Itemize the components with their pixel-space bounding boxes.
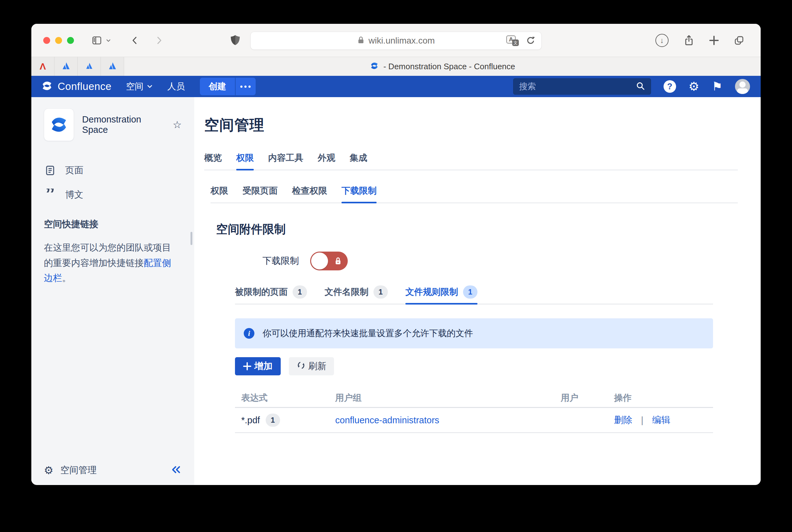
add-button[interactable]: 增加: [235, 357, 281, 375]
tab-overview-icon[interactable]: [734, 35, 745, 46]
menu-people[interactable]: 人员: [167, 80, 185, 92]
count-badge: 1: [266, 414, 280, 427]
sidebar-footer: ⚙ 空间管理: [44, 464, 182, 477]
collapse-sidebar-icon[interactable]: [170, 465, 182, 476]
url-text: wiki.unlimax.com: [368, 36, 435, 46]
download-restriction-toggle[interactable]: [310, 252, 348, 270]
refresh-button[interactable]: 刷新: [289, 357, 334, 375]
tab-content-tools[interactable]: 内容工具: [268, 152, 303, 170]
toggle-knob: [311, 252, 328, 269]
address-bar[interactable]: wiki.unlimax.com A 文: [250, 32, 542, 50]
privacy-shield-icon[interactable]: [229, 34, 241, 46]
active-tab[interactable]: - Demonstration Space - Confluence: [124, 57, 761, 76]
search-box: [513, 78, 651, 95]
space-sidebar: Demonstration Space ☆ 页面 ” 博文: [31, 97, 194, 485]
sidebar-nav: 页面 ” 博文: [44, 162, 182, 204]
space-logo[interactable]: [44, 109, 74, 141]
rules-table: 表达式 用户组 用户 操作 *.pdf 1 confluence-admini: [235, 388, 713, 433]
desktop-background: wiki.unlimax.com A 文 ↓: [0, 0, 792, 532]
tab-filename-restrictions[interactable]: 文件名限制 1: [325, 285, 388, 304]
permission-subtabs: 权限 受限页面 检查权限 下载限制: [211, 185, 738, 203]
help-icon[interactable]: ?: [663, 80, 676, 93]
atlassian-icon: [85, 61, 94, 72]
share-icon[interactable]: [683, 35, 694, 46]
sidebar-item-blog[interactable]: ” 博文: [44, 186, 182, 204]
count-badge: 1: [463, 285, 478, 299]
window-controls: [43, 37, 74, 44]
toolbar-right-icons: ↓: [655, 24, 745, 57]
create-more-button[interactable]: [235, 78, 256, 95]
quote-icon: ”: [44, 189, 56, 201]
translate-icon[interactable]: A 文: [506, 35, 519, 46]
toggle-label: 下载限制: [263, 255, 299, 267]
page-body: Demonstration Space ☆ 页面 ” 博文: [31, 97, 761, 485]
confluence-logo-icon: [41, 80, 53, 93]
admin-tabs: 概览 权限 内容工具 外观 集成: [204, 152, 738, 170]
forward-button-icon[interactable]: [154, 36, 163, 45]
pinned-tab-1[interactable]: Λ: [31, 57, 55, 76]
delete-link[interactable]: 删除: [614, 414, 632, 426]
menu-spaces[interactable]: 空间: [126, 80, 153, 92]
browser-toolbar: wiki.unlimax.com A 文 ↓: [31, 24, 761, 57]
rule-tabs-wrap: 被限制的页面 1 文件名限制 1 文件规则限制 1: [235, 285, 713, 305]
action-buttons: 增加 刷新: [235, 357, 738, 375]
sidebar-toggle-icon[interactable]: [92, 35, 102, 46]
back-button-icon[interactable]: [130, 36, 140, 45]
col-expression: 表达式: [235, 392, 329, 404]
tab-overview[interactable]: 概览: [204, 152, 222, 170]
create-button[interactable]: 创建: [200, 78, 235, 95]
tab-integrations[interactable]: 集成: [350, 152, 367, 170]
count-badge: 1: [373, 285, 388, 299]
tab-restricted-pages[interactable]: 被限制的页面 1: [235, 285, 307, 304]
shortcuts-description: 在这里您可以为您的团队或项目的重要内容增加快捷链接配置侧边栏。: [44, 240, 172, 286]
downloads-icon[interactable]: ↓: [655, 34, 669, 47]
confluence-brand[interactable]: Confluence: [41, 80, 112, 93]
sidebar-item-pages[interactable]: 页面: [44, 162, 182, 179]
subtab-permissions[interactable]: 权限: [211, 185, 228, 203]
pinned-tab-2[interactable]: [55, 57, 78, 76]
space-header: Demonstration Space ☆: [44, 109, 182, 141]
tab-bar: Λ - Demonstration Space - Confluence: [31, 57, 761, 76]
cell-group: confluence-administrators: [329, 415, 555, 425]
reload-icon[interactable]: [526, 36, 536, 46]
minimize-window-button[interactable]: [55, 37, 62, 44]
atlassian-icon: [61, 61, 71, 72]
cell-actions: 删除 | 编辑: [608, 414, 713, 426]
subtab-inspect-permissions[interactable]: 检查权限: [292, 185, 327, 203]
info-banner: i 你可以使用通配符来快速批量设置多个允许下载的文件: [235, 318, 713, 348]
subtab-restricted-pages[interactable]: 受限页面: [243, 185, 277, 203]
pinned-tab-3[interactable]: [78, 57, 101, 76]
tab-permissions[interactable]: 权限: [236, 152, 254, 170]
section-title: 空间附件限制: [216, 222, 738, 237]
subtab-download-restrictions[interactable]: 下载限制: [342, 185, 376, 203]
count-badge: 1: [293, 285, 307, 299]
new-tab-icon[interactable]: [709, 36, 719, 45]
group-link[interactable]: confluence-administrators: [335, 415, 439, 425]
brand-name: Confluence: [58, 80, 112, 92]
download-restriction-toggle-row: 下载限制: [263, 252, 738, 270]
close-window-button[interactable]: [43, 37, 50, 44]
action-separator: |: [641, 415, 643, 425]
browser-window: wiki.unlimax.com A 文 ↓: [31, 24, 761, 485]
red-logo-icon: Λ: [39, 62, 46, 71]
tab-look-and-feel[interactable]: 外观: [318, 152, 335, 170]
space-name[interactable]: Demonstration Space: [82, 114, 162, 135]
zoom-window-button[interactable]: [67, 37, 74, 44]
settings-gear-icon[interactable]: ⚙: [689, 80, 699, 92]
gear-icon: ⚙: [44, 465, 53, 476]
edit-link[interactable]: 编辑: [652, 414, 671, 426]
search-input[interactable]: [519, 82, 636, 92]
navbar-right: ? ⚙ ⚑: [513, 78, 750, 95]
lock-icon: [334, 256, 343, 267]
star-icon[interactable]: ☆: [173, 119, 182, 131]
search-icon[interactable]: [636, 81, 645, 92]
space-admin-link[interactable]: 空间管理: [60, 464, 96, 477]
chevron-down-icon[interactable]: [105, 37, 112, 43]
shortcuts-heading: 空间快捷链接: [44, 218, 182, 231]
tab-file-rule-restrictions[interactable]: 文件规则限制 1: [405, 285, 478, 304]
notifications-flag-icon[interactable]: ⚑: [712, 80, 722, 92]
pinned-tab-4[interactable]: [101, 57, 124, 76]
col-group: 用户组: [329, 392, 555, 404]
lock-icon: [357, 36, 365, 45]
user-avatar[interactable]: [735, 79, 750, 94]
